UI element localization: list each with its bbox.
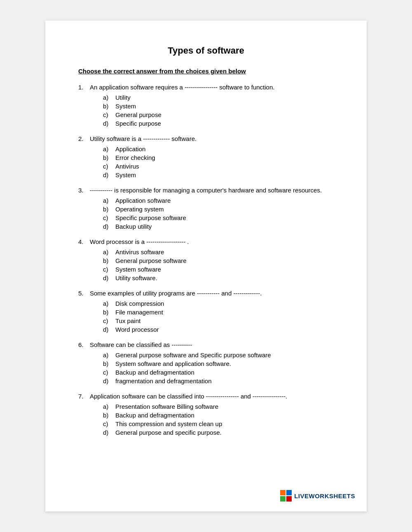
answer-letter-5-3: c) bbox=[103, 317, 112, 324]
answer-letter-2-2: b) bbox=[103, 154, 112, 161]
question-item-6: 6.Software can be classified as --------… bbox=[78, 341, 334, 385]
answer-item-5-2: b)File management bbox=[103, 308, 334, 316]
answer-item-3-3: c)Specific purpose software bbox=[103, 213, 334, 222]
question-text-content-6: Software can be classified as ---------- bbox=[90, 341, 192, 348]
answer-letter-4-3: c) bbox=[103, 266, 112, 273]
question-text-content-5: Some examples of utility programs are --… bbox=[90, 290, 262, 297]
answer-text-7-4: General purpose and specific purpose. bbox=[115, 429, 222, 436]
answer-item-3-4: d)Backup utility bbox=[103, 222, 334, 231]
answer-item-2-1: a)Application bbox=[103, 145, 334, 153]
answer-item-2-3: c)Antivirus bbox=[103, 162, 334, 171]
answer-letter-2-3: c) bbox=[103, 163, 112, 170]
answer-letter-6-3: c) bbox=[103, 369, 112, 376]
answer-text-2-1: Application bbox=[115, 145, 145, 152]
question-number-3: 3. bbox=[78, 187, 87, 194]
answer-item-1-1: a)Utility bbox=[103, 93, 334, 102]
answer-text-2-2: Error checking bbox=[115, 154, 155, 161]
answer-text-6-2: System software and application software… bbox=[115, 360, 231, 367]
answer-item-7-4: d)General purpose and specific purpose. bbox=[103, 428, 334, 437]
answer-text-6-4: fragmentation and defragmentation bbox=[115, 377, 212, 384]
question-text-content-1: An application software requires a -----… bbox=[90, 84, 274, 91]
answer-letter-7-1: a) bbox=[103, 403, 112, 410]
worksheet-page: Types of software Choose the correct ans… bbox=[45, 21, 367, 511]
answer-letter-1-4: d) bbox=[103, 120, 112, 127]
answer-item-2-4: d)System bbox=[103, 171, 334, 179]
answer-item-2-2: b)Error checking bbox=[103, 153, 334, 162]
question-text-3: 3.----------- is responsible for managin… bbox=[78, 187, 334, 194]
answer-letter-5-2: b) bbox=[103, 309, 112, 316]
question-text-7: 7.Application software can be classified… bbox=[78, 393, 334, 400]
answer-text-1-3: General purpose bbox=[115, 111, 162, 118]
question-number-4: 4. bbox=[78, 238, 87, 245]
answer-item-3-1: a)Application software bbox=[103, 196, 334, 205]
answer-letter-6-4: d) bbox=[103, 377, 112, 384]
answer-item-7-2: b)Backup and defragmentation bbox=[103, 411, 334, 420]
answer-letter-1-1: a) bbox=[103, 94, 112, 101]
answer-item-4-4: d)Utility software. bbox=[103, 274, 334, 282]
question-text-2: 2.Utility software is a ------------- so… bbox=[78, 135, 334, 142]
question-item-5: 5.Some examples of utility programs are … bbox=[78, 290, 334, 334]
question-number-1: 1. bbox=[78, 84, 87, 91]
question-text-5: 5.Some examples of utility programs are … bbox=[78, 290, 334, 297]
question-item-7: 7.Application software can be classified… bbox=[78, 393, 334, 437]
answer-item-7-3: c)This compression and system clean up bbox=[103, 420, 334, 428]
answer-item-5-1: a)Disk compression bbox=[103, 299, 334, 308]
answer-text-6-3: Backup and defragmentation bbox=[115, 369, 194, 376]
question-number-7: 7. bbox=[78, 393, 87, 400]
answer-item-6-2: b)System software and application softwa… bbox=[103, 359, 334, 368]
question-text-content-3: ----------- is responsible for managing … bbox=[90, 187, 322, 194]
answer-text-6-1: General purpose software and Specific pu… bbox=[115, 352, 271, 359]
question-text-content-4: Word processor is a ------------------- … bbox=[90, 238, 189, 245]
answer-text-3-4: Backup utility bbox=[115, 223, 152, 230]
question-text-content-2: Utility software is a ------------- soft… bbox=[90, 135, 197, 142]
answer-text-1-2: System bbox=[115, 103, 136, 110]
answer-letter-2-1: a) bbox=[103, 145, 112, 152]
answer-text-4-4: Utility software. bbox=[115, 274, 157, 281]
answer-text-4-1: Antivirus software bbox=[115, 248, 164, 255]
answer-text-5-1: Disk compression bbox=[115, 300, 164, 307]
question-text-4: 4.Word processor is a ------------------… bbox=[78, 238, 334, 245]
answer-letter-7-2: b) bbox=[103, 412, 112, 419]
answer-text-3-2: Operating system bbox=[115, 206, 164, 213]
answer-item-4-3: c)System software bbox=[103, 265, 334, 274]
answer-text-2-3: Antivirus bbox=[115, 163, 139, 170]
answer-item-1-3: c)General purpose bbox=[103, 110, 334, 119]
answer-letter-7-3: c) bbox=[103, 420, 112, 427]
answers-list-1: a)Utilityb)Systemc)General purposed)Spec… bbox=[103, 93, 334, 128]
answer-letter-3-2: b) bbox=[103, 206, 112, 213]
answer-letter-7-4: d) bbox=[103, 429, 112, 436]
answer-item-1-2: b)System bbox=[103, 102, 334, 110]
answer-item-6-3: c)Backup and defragmentation bbox=[103, 368, 334, 377]
liveworksheets-logo: LIVEWORKSHEETS bbox=[280, 490, 355, 502]
answers-list-5: a)Disk compressionb)File managementc)Tux… bbox=[103, 299, 334, 334]
answer-letter-4-4: d) bbox=[103, 274, 112, 281]
question-item-4: 4.Word processor is a ------------------… bbox=[78, 238, 334, 282]
answer-text-3-3: Specific purpose software bbox=[115, 214, 186, 221]
answer-text-7-3: This compression and system clean up bbox=[115, 420, 222, 427]
answer-letter-5-1: a) bbox=[103, 300, 112, 307]
answer-text-5-2: File management bbox=[115, 309, 163, 316]
answers-list-7: a)Presentation software Billing software… bbox=[103, 402, 334, 437]
answers-list-6: a)General purpose software and Specific … bbox=[103, 351, 334, 385]
question-text-content-7: Application software can be classified i… bbox=[90, 393, 287, 400]
answer-letter-1-3: c) bbox=[103, 111, 112, 118]
answer-item-4-2: b)General purpose software bbox=[103, 256, 334, 265]
lw-icon bbox=[280, 490, 292, 502]
instruction-text: Choose the correct answer from the choic… bbox=[78, 68, 334, 75]
answer-item-5-3: c)Tux paint bbox=[103, 316, 334, 325]
answer-text-7-2: Backup and defragmentation bbox=[115, 412, 194, 419]
answer-text-4-3: System software bbox=[115, 266, 161, 273]
answer-text-1-1: Utility bbox=[115, 94, 131, 101]
answer-item-6-1: a)General purpose software and Specific … bbox=[103, 351, 334, 359]
answer-letter-4-2: b) bbox=[103, 257, 112, 264]
answers-list-4: a)Antivirus softwareb)General purpose so… bbox=[103, 248, 334, 282]
answer-item-3-2: b)Operating system bbox=[103, 205, 334, 213]
answer-item-1-4: d)Specific purpose bbox=[103, 119, 334, 128]
answer-text-7-1: Presentation software Billing software bbox=[115, 403, 218, 410]
answers-list-2: a)Applicationb)Error checkingc)Antivirus… bbox=[103, 145, 334, 179]
question-item-3: 3.----------- is responsible for managin… bbox=[78, 187, 334, 231]
answer-letter-6-1: a) bbox=[103, 352, 112, 359]
answer-item-7-1: a)Presentation software Billing software bbox=[103, 402, 334, 411]
answer-letter-3-1: a) bbox=[103, 197, 112, 204]
answer-letter-1-2: b) bbox=[103, 103, 112, 110]
